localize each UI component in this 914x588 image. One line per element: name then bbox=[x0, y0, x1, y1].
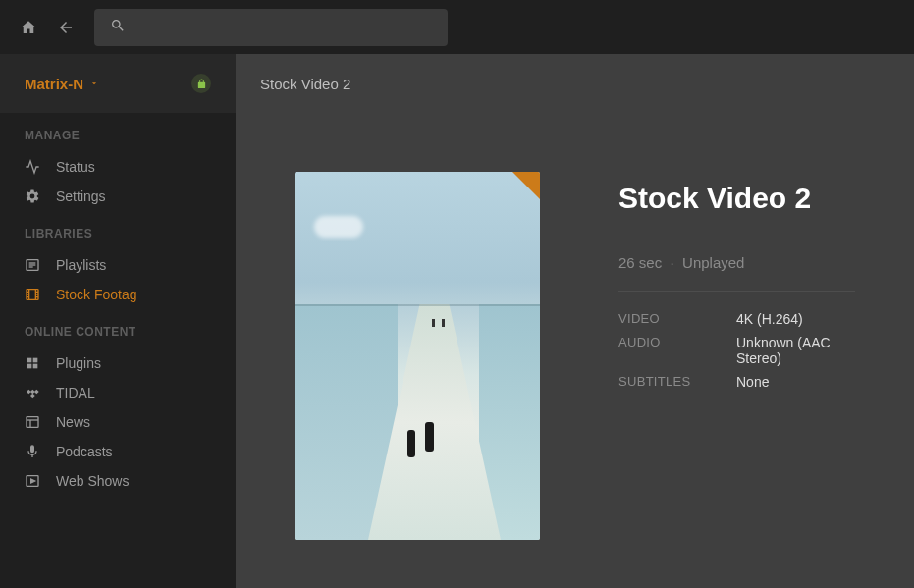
svg-rect-16 bbox=[33, 364, 38, 369]
svg-rect-21 bbox=[27, 417, 38, 428]
video-meta: 26 sec · Unplayed bbox=[618, 254, 855, 292]
audio-spec-value: Unknown (AAC Stereo) bbox=[736, 335, 855, 366]
video-title: Stock Video 2 bbox=[618, 182, 855, 215]
svg-rect-19 bbox=[34, 390, 39, 395]
svg-rect-15 bbox=[27, 364, 32, 369]
subtitles-spec-value: None bbox=[736, 374, 855, 390]
sidebar-item-web-shows[interactable]: Web Shows bbox=[0, 466, 236, 496]
sidebar-item-label: Stock Footag bbox=[56, 287, 137, 302]
section-heading-libraries: LIBRARIES bbox=[0, 211, 236, 250]
film-icon bbox=[25, 287, 40, 302]
news-icon bbox=[25, 414, 40, 430]
search-icon bbox=[110, 18, 126, 37]
sidebar-item-label: Settings bbox=[56, 188, 106, 204]
grid-icon bbox=[25, 355, 40, 371]
gear-icon bbox=[25, 188, 40, 204]
sidebar-item-label: Web Shows bbox=[56, 473, 129, 489]
video-spec-label: VIDEO bbox=[618, 311, 736, 327]
svg-marker-25 bbox=[31, 479, 35, 483]
unplayed-corner-badge bbox=[512, 172, 540, 199]
svg-rect-13 bbox=[27, 358, 32, 363]
section-heading-online: ONLINE CONTENT bbox=[0, 309, 236, 348]
sidebar-item-playlists[interactable]: Playlists bbox=[0, 250, 236, 280]
main-header: Stock Video 2 bbox=[236, 54, 914, 113]
meta-separator: · bbox=[671, 254, 674, 271]
activity-icon bbox=[25, 159, 40, 175]
sidebar-item-label: Plugins bbox=[56, 355, 101, 371]
play-square-icon bbox=[25, 473, 40, 489]
audio-spec-label: AUDIO bbox=[618, 335, 736, 366]
sidebar-item-label: News bbox=[56, 414, 90, 430]
play-status: Unplayed bbox=[682, 254, 744, 271]
main-content: Stock Video 2 26 sec · Unplayed VIDEO 4K… bbox=[236, 113, 914, 588]
sidebar-item-plugins[interactable]: Plugins bbox=[0, 348, 236, 378]
server-name-label: Matrix-N bbox=[25, 76, 83, 92]
breadcrumb[interactable]: Stock Video 2 bbox=[260, 76, 350, 92]
specs-table: VIDEO 4K (H.264) AUDIO Unknown (AAC Ster… bbox=[618, 311, 855, 390]
video-spec-value: 4K (H.264) bbox=[736, 311, 855, 327]
section-heading-manage: MANAGE bbox=[0, 113, 236, 152]
sidebar: Matrix-N MANAGE Status Settings LIBRARIE… bbox=[0, 54, 236, 588]
svg-rect-20 bbox=[30, 394, 35, 399]
server-name: Matrix-N bbox=[25, 76, 99, 92]
sidebar-item-settings[interactable]: Settings bbox=[0, 182, 236, 211]
home-icon[interactable] bbox=[20, 19, 37, 36]
lock-icon bbox=[191, 74, 211, 93]
playlist-icon bbox=[25, 257, 40, 273]
back-icon[interactable] bbox=[57, 19, 75, 36]
server-selector[interactable]: Matrix-N bbox=[0, 54, 236, 113]
duration: 26 sec bbox=[618, 254, 662, 271]
sidebar-item-label: Podcasts bbox=[56, 444, 113, 459]
sidebar-item-tidal[interactable]: TIDAL bbox=[0, 378, 236, 407]
sidebar-item-podcasts[interactable]: Podcasts bbox=[0, 437, 236, 466]
video-poster[interactable] bbox=[295, 172, 540, 540]
subtitles-spec-label: SUBTITLES bbox=[618, 374, 736, 390]
microphone-icon bbox=[25, 444, 40, 459]
poster-image bbox=[295, 172, 540, 540]
sidebar-item-stock-footage[interactable]: Stock Footag bbox=[0, 280, 236, 309]
topbar bbox=[0, 0, 914, 54]
sidebar-item-label: Playlists bbox=[56, 257, 106, 273]
sidebar-item-news[interactable]: News bbox=[0, 407, 236, 437]
sidebar-item-status[interactable]: Status bbox=[0, 152, 236, 182]
svg-rect-14 bbox=[33, 358, 38, 363]
search-input[interactable] bbox=[94, 9, 448, 46]
sidebar-item-label: Status bbox=[56, 159, 95, 175]
details-panel: Stock Video 2 26 sec · Unplayed VIDEO 4K… bbox=[618, 172, 855, 529]
tidal-icon bbox=[25, 385, 40, 401]
sidebar-item-label: TIDAL bbox=[56, 385, 95, 401]
chevron-down-icon bbox=[89, 79, 99, 88]
